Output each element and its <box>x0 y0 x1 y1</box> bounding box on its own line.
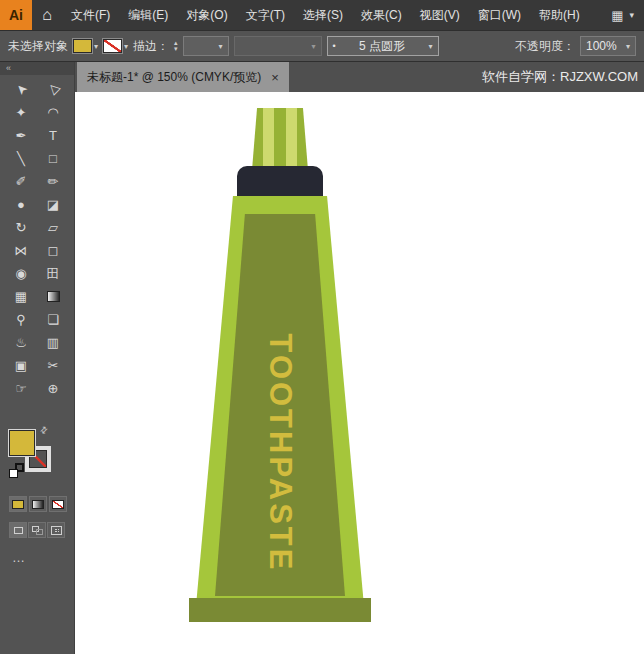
free-transform-icon: ◻ <box>48 243 59 258</box>
menu-object[interactable]: 对象(O) <box>177 0 236 30</box>
tool-grid: ➤ ▷ ✦ ◠ ✒ T ╲ □ ✐ ✏ ● ◪ ↻ ▱ ⋈ ◻ ◉ 田 ▦ ⚲ … <box>0 75 74 400</box>
stepper-down-icon[interactable]: ▾ <box>174 46 178 52</box>
chevron-down-icon: ▾ <box>312 42 316 51</box>
free-transform-tool[interactable]: ◻ <box>37 239 69 262</box>
tube-base-strip[interactable] <box>189 598 371 622</box>
symbol-sprayer-tool[interactable]: ♨ <box>5 331 37 354</box>
home-icon[interactable]: ⌂ <box>32 0 62 30</box>
rotate-tool[interactable]: ↻ <box>5 216 37 239</box>
blend-tool[interactable]: ❏ <box>37 308 69 331</box>
hand-tool[interactable]: ☞ <box>5 377 37 400</box>
pencil-tool[interactable]: ✏ <box>37 170 69 193</box>
menu-edit[interactable]: 编辑(E) <box>119 0 177 30</box>
eyedropper-icon: ⚲ <box>16 312 26 327</box>
menu-effect[interactable]: 效果(C) <box>352 0 411 30</box>
stroke-weight-stepper[interactable]: ▴ ▾ <box>174 40 178 52</box>
fill-swatch[interactable] <box>9 430 35 456</box>
menu-select[interactable]: 选择(S) <box>294 0 352 30</box>
brush-definition-select[interactable]: • 5 点圆形 ▾ <box>327 36 439 56</box>
rectangle-tool[interactable]: □ <box>37 147 69 170</box>
color-chip <box>12 500 24 509</box>
eyedropper-tool[interactable]: ⚲ <box>5 308 37 331</box>
pen-nib-icon: ✒ <box>16 128 27 143</box>
chevron-down-icon: ▾ <box>94 42 98 51</box>
document-tab-title: 未标题-1* @ 150% (CMYK/预览) <box>87 69 261 86</box>
opacity-select[interactable]: 100% ▾ <box>580 36 636 56</box>
scale-icon: ▱ <box>48 220 58 235</box>
default-fill-stroke-button[interactable] <box>9 463 25 479</box>
shape-builder-tool[interactable]: ◉ <box>5 262 37 285</box>
column-graph-tool[interactable]: ▥ <box>37 331 69 354</box>
paintbrush-tool[interactable]: ✐ <box>5 170 37 193</box>
tools-panel: « ➤ ▷ ✦ ◠ ✒ T ╲ □ ✐ ✏ ● ◪ ↻ ▱ ⋈ ◻ ◉ 田 ▦ … <box>0 62 75 654</box>
document-tab[interactable]: 未标题-1* @ 150% (CMYK/预览) × <box>77 62 289 92</box>
menu-type[interactable]: 文字(T) <box>237 0 294 30</box>
artboard-canvas[interactable]: TOOTHPASTE <box>75 92 644 654</box>
collapse-panel-button[interactable]: « <box>0 62 74 75</box>
direct-selection-tool[interactable]: ▷ <box>37 78 69 101</box>
magic-wand-tool[interactable]: ✦ <box>5 101 37 124</box>
perspective-grid-tool[interactable]: 田 <box>37 262 69 285</box>
slice-tool[interactable]: ✂ <box>37 354 69 377</box>
menu-window[interactable]: 窗口(W) <box>469 0 530 30</box>
none-button[interactable] <box>49 496 67 512</box>
draw-normal-button[interactable] <box>9 522 27 538</box>
width-icon: ⋈ <box>15 243 28 258</box>
fill-stroke-indicator: ⇄ <box>9 430 57 488</box>
direct-selection-arrow-icon: ▷ <box>44 81 62 99</box>
chevron-down-icon: ▾ <box>219 42 223 51</box>
draw-inside-icon <box>51 526 62 535</box>
selection-status-label: 未选择对象 <box>8 38 68 55</box>
paintbrush-icon: ✐ <box>16 174 27 189</box>
color-button[interactable] <box>9 496 27 512</box>
draw-behind-button[interactable] <box>28 522 46 538</box>
blob-brush-tool[interactable]: ● <box>5 193 37 216</box>
selection-tool[interactable]: ➤ <box>5 78 37 101</box>
line-segment-tool[interactable]: ╲ <box>5 147 37 170</box>
stroke-none-swatch[interactable] <box>103 39 122 53</box>
draw-inside-inner-icon <box>55 529 59 532</box>
brush-preview-icon: • <box>333 41 336 51</box>
gradient-tool[interactable] <box>37 285 69 308</box>
workspace-icon: ▦ <box>611 8 623 23</box>
chevron-down-icon: ▾ <box>429 42 433 51</box>
stroke-weight-select[interactable]: ▾ <box>183 36 229 56</box>
gradient-icon <box>47 291 60 302</box>
pen-tool[interactable]: ✒ <box>5 124 37 147</box>
chevron-down-icon: ▾ <box>629 10 634 20</box>
width-profile-select[interactable]: ▾ <box>234 36 322 56</box>
scale-tool[interactable]: ▱ <box>37 216 69 239</box>
stroke-color-control[interactable]: ▾ <box>103 39 128 53</box>
slice-icon: ✂ <box>48 358 59 373</box>
tab-close-icon[interactable]: × <box>271 70 279 85</box>
document-tab-bar: 未标题-1* @ 150% (CMYK/预览) × 软件自学网：RJZXW.CO… <box>75 62 644 92</box>
tube-neck-stripes[interactable] <box>252 108 308 170</box>
menu-file[interactable]: 文件(F) <box>62 0 119 30</box>
lasso-tool[interactable]: ◠ <box>37 101 69 124</box>
menu-help[interactable]: 帮助(H) <box>530 0 589 30</box>
eraser-tool[interactable]: ◪ <box>37 193 69 216</box>
gradient-button[interactable] <box>29 496 47 512</box>
workspace-switcher[interactable]: ▦ ▾ <box>611 8 644 23</box>
swap-fill-stroke-icon[interactable]: ⇄ <box>38 424 50 436</box>
tube-label-text[interactable]: TOOTHPASTE <box>262 334 298 573</box>
gradient-chip <box>32 500 44 509</box>
width-tool[interactable]: ⋈ <box>5 239 37 262</box>
rectangle-icon: □ <box>49 151 57 166</box>
fill-color-control[interactable]: ▾ <box>73 39 98 53</box>
menu-view[interactable]: 视图(V) <box>411 0 469 30</box>
mesh-tool[interactable]: ▦ <box>5 285 37 308</box>
opacity-label: 不透明度： <box>515 38 575 55</box>
edit-toolbar-ellipsis[interactable]: … <box>12 550 74 565</box>
magic-wand-icon: ✦ <box>16 105 27 120</box>
drawing-mode-buttons <box>9 522 74 538</box>
artboard-tool[interactable]: ▣ <box>5 354 37 377</box>
type-tool[interactable]: T <box>37 124 69 147</box>
fill-color-swatch[interactable] <box>73 39 92 53</box>
menu-bar: Ai ⌂ 文件(F) 编辑(E) 对象(O) 文字(T) 选择(S) 效果(C)… <box>0 0 644 30</box>
zoom-tool[interactable]: ⊕ <box>37 377 69 400</box>
tube-cap[interactable] <box>237 166 323 200</box>
draw-inside-button[interactable] <box>47 522 65 538</box>
artboard-icon: ▣ <box>15 358 27 373</box>
draw-normal-icon <box>14 527 23 534</box>
